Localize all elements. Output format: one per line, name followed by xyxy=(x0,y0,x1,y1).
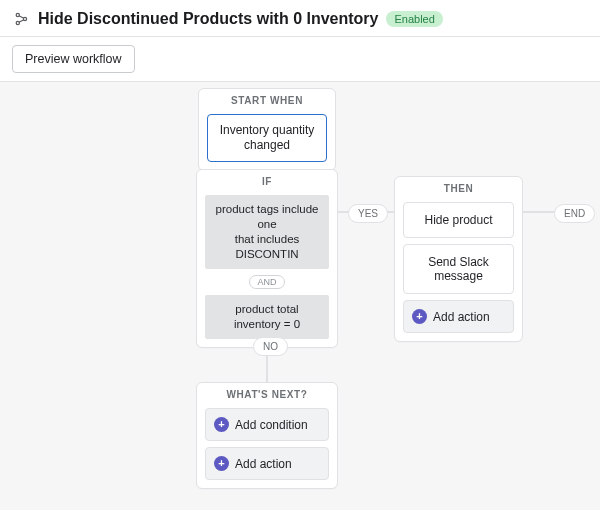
yes-label: YES xyxy=(348,204,388,223)
action-hide-product[interactable]: Hide product xyxy=(403,202,514,238)
header-bar: Hide Discontinued Products with 0 Invent… xyxy=(0,0,600,37)
start-node-header: START WHEN xyxy=(199,89,335,108)
add-action-label: Add action xyxy=(433,310,490,324)
add-condition-label: Add condition xyxy=(235,418,308,432)
add-condition-button[interactable]: + Add condition xyxy=(205,408,329,441)
then-node-header: THEN xyxy=(395,177,522,196)
start-node: START WHEN Inventory quantity changed xyxy=(198,88,336,171)
workflow-canvas: START WHEN Inventory quantity changed IF… xyxy=(0,82,600,510)
plus-icon: + xyxy=(412,309,427,324)
action-send-slack[interactable]: Send Slack message xyxy=(403,244,514,294)
then-add-action-button[interactable]: + Add action xyxy=(403,300,514,333)
next-add-action-label: Add action xyxy=(235,457,292,471)
workflow-icon xyxy=(12,10,30,28)
condition-2[interactable]: product total inventory = 0 xyxy=(205,295,329,339)
whats-next-node: WHAT'S NEXT? + Add condition + Add actio… xyxy=(196,382,338,489)
and-connector: AND xyxy=(249,275,284,289)
then-node: THEN Hide product Send Slack message + A… xyxy=(394,176,523,342)
next-add-action-button[interactable]: + Add action xyxy=(205,447,329,480)
plus-icon: + xyxy=(214,417,229,432)
status-badge: Enabled xyxy=(386,11,442,27)
whats-next-header: WHAT'S NEXT? xyxy=(197,383,337,402)
toolbar: Preview workflow xyxy=(0,37,600,82)
condition-1[interactable]: product tags include one that includes D… xyxy=(205,195,329,269)
trigger-card[interactable]: Inventory quantity changed xyxy=(207,114,327,162)
preview-workflow-button[interactable]: Preview workflow xyxy=(12,45,135,73)
if-node: IF product tags include one that include… xyxy=(196,169,338,348)
if-node-header: IF xyxy=(197,170,337,189)
plus-icon: + xyxy=(214,456,229,471)
no-label: NO xyxy=(253,337,288,356)
end-label: END xyxy=(554,204,595,223)
page-title: Hide Discontinued Products with 0 Invent… xyxy=(38,10,378,28)
